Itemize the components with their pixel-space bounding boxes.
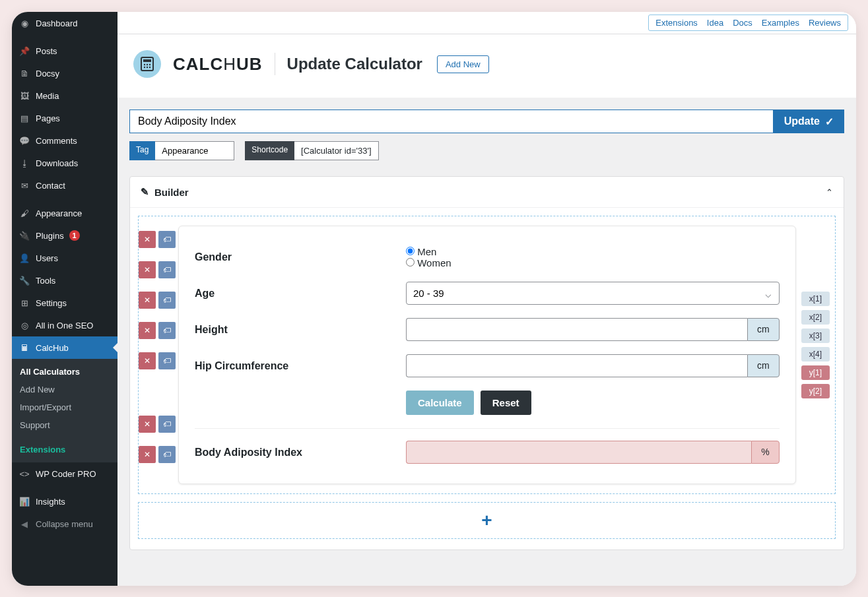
delete-row-button[interactable]: ✕ [139,352,156,369]
age-select[interactable]: 20 - 39 [406,282,780,305]
tag-row-button[interactable]: 🏷 [158,231,176,248]
hip-unit: cm [747,354,780,377]
update-button[interactable]: Update✓ [774,110,844,133]
tag-row-button[interactable]: 🏷 [158,292,176,309]
hip-label: Hip Circumference [195,360,393,372]
sidebar-item-media[interactable]: 🖼Media [12,84,117,107]
topnav-extensions[interactable]: Extensions [655,18,698,28]
delete-row-button[interactable]: ✕ [139,292,156,309]
chart-icon: 📊 [18,495,30,507]
tag-row-button[interactable]: 🏷 [158,261,176,278]
var-chip-y1[interactable]: y[1] [801,365,830,380]
sidebar-label: Appearance [36,208,82,218]
tag-row-button[interactable]: 🏷 [158,416,176,433]
sidebar-item-downloads[interactable]: ⭳Downloads [12,152,117,174]
brush-icon: 🖌 [18,207,30,219]
sidebar-item-comments[interactable]: 💬Comments [12,129,117,152]
topnav-reviews[interactable]: Reviews [809,18,841,28]
tag-input[interactable] [155,141,234,160]
calculator-icon [139,56,155,72]
builder-body: ✕🏷 ✕🏷 ✕🏷 ✕🏷 ✕🏷 ✕🏷 ✕🏷 Gender [138,216,836,494]
shortcode-value[interactable]: [Calculator id='33'] [294,141,379,160]
svg-point-3 [147,64,148,65]
gender-women-option[interactable]: Women [406,257,780,268]
chevron-up-icon[interactable]: ⌃ [826,187,833,197]
sidebar-label: CalcHub [36,343,69,353]
sidebar-label: Downloads [36,158,78,168]
sidebar-item-tools[interactable]: 🔧Tools [12,269,117,292]
height-input[interactable] [406,318,747,341]
sidebar-item-posts[interactable]: 📌Posts [12,40,117,62]
var-chip-y2[interactable]: y[2] [801,384,830,398]
calculate-button[interactable]: Calculate [406,391,474,415]
height-label: Height [195,324,393,336]
sidebar-label: All in One SEO [36,321,93,330]
radio-women[interactable] [406,258,415,267]
tag-row-button[interactable]: 🏷 [158,446,176,463]
var-chip-x4[interactable]: x[4] [801,347,830,361]
pages-icon: ▤ [18,112,30,124]
var-chip-x2[interactable]: x[2] [801,310,830,325]
user-icon: 👤 [18,252,30,264]
delete-row-button[interactable]: ✕ [139,322,156,339]
collapse-menu[interactable]: ◀Collapse menu [12,513,117,535]
calchub-submenu: All Calculators Add New Import/Export Su… [12,359,117,462]
hip-input[interactable] [406,354,747,377]
var-chip-x1[interactable]: x[1] [801,292,830,306]
reset-button[interactable]: Reset [481,391,531,415]
delete-row-button[interactable]: ✕ [139,416,156,433]
delete-row-button[interactable]: ✕ [139,261,156,278]
sidebar-item-plugins[interactable]: 🔌Plugins1 [12,224,117,247]
submenu-support[interactable]: Support [12,416,117,434]
add-new-button[interactable]: Add New [437,55,489,73]
submenu-add-new[interactable]: Add New [12,381,117,398]
shortcode-group: Shortcode [Calculator id='33'] [245,141,378,160]
sidebar-item-contact[interactable]: ✉Contact [12,174,117,197]
code-icon: <> [18,468,30,480]
sidebar-item-calchub[interactable]: 🖩CalcHub [12,336,117,359]
var-chip-x3[interactable]: x[3] [801,329,830,343]
sidebar-item-pages[interactable]: ▤Pages [12,107,117,129]
result-label: Body Adiposity Index [195,447,393,458]
submenu-all-calculators[interactable]: All Calculators [12,363,117,381]
tag-row-button[interactable]: 🏷 [158,322,176,339]
content-scroll: Update✓ Tag Shortcode [Calculator id='33… [117,98,856,586]
download-icon: ⭳ [18,157,30,169]
sidebar-item-dashboard[interactable]: ◉ Dashboard [12,12,117,34]
sidebar-item-seo[interactable]: ◎All in One SEO [12,314,117,336]
svg-rect-1 [143,59,151,62]
sidebar-label: Docsy [36,69,59,79]
gender-men-option[interactable]: Men [406,246,780,257]
sidebar-item-settings[interactable]: ⊞Settings [12,292,117,314]
radio-men[interactable] [406,247,415,255]
envelope-icon: ✉ [18,179,30,191]
topnav-docs[interactable]: Docs [733,18,752,28]
seo-icon: ◎ [18,319,30,331]
submenu-import-export[interactable]: Import/Export [12,398,117,416]
panel-title-text: Builder [154,187,189,198]
add-block-button[interactable]: + [138,502,836,539]
sidebar-item-insights[interactable]: 📊Insights [12,490,117,513]
tag-row-button[interactable]: 🏷 [158,352,176,369]
tags-row: Tag Shortcode [Calculator id='33'] [129,141,844,160]
sidebar-item-users[interactable]: 👤Users [12,247,117,269]
topnav-idea[interactable]: Idea [707,18,723,28]
brand-text: CALCHUB [173,54,263,75]
sidebar-label: Insights [36,497,65,507]
topnav-examples[interactable]: Examples [762,18,799,28]
sidebar-label: Tools [36,276,55,286]
sidebar-label: Dashboard [36,18,78,28]
svg-point-5 [144,67,145,68]
delete-row-button[interactable]: ✕ [139,231,156,248]
submenu-extensions[interactable]: Extensions [12,441,117,458]
calculator-preview: Gender Men Women Age 20 - 39 [178,226,796,484]
delete-row-button[interactable]: ✕ [139,446,156,463]
sidebar-item-appearance[interactable]: 🖌Appearance [12,202,117,224]
collapse-icon: ◀ [18,518,30,530]
calculator-title-input[interactable] [129,110,774,133]
tag-label: Tag [129,141,155,160]
admin-sidebar: ◉ Dashboard 📌Posts 🗎Docsy 🖼Media ▤Pages … [12,12,117,586]
sidebar-item-docsy[interactable]: 🗎Docsy [12,62,117,84]
sidebar-item-wpcoder[interactable]: <>WP Coder PRO [12,462,117,485]
panel-header[interactable]: ✎ Builder ⌃ [130,177,844,208]
